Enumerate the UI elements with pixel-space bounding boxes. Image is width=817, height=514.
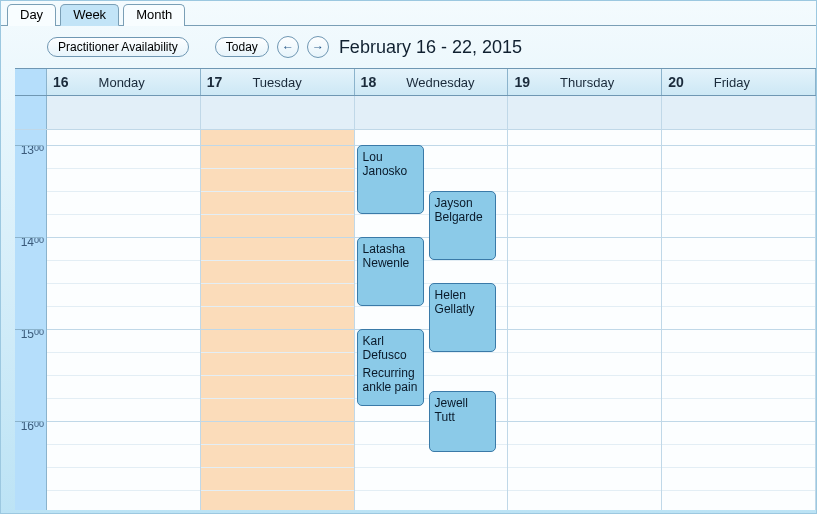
appointment[interactable]: Jayson Belgarde xyxy=(429,191,496,260)
day-number: 19 xyxy=(514,74,530,90)
day-header[interactable]: 18Wednesday xyxy=(355,69,509,95)
day-name: Wednesday xyxy=(406,75,474,90)
appointment-title: Lou Janosko xyxy=(363,150,418,178)
appointment-title: Jayson Belgarde xyxy=(435,196,490,224)
time-grid: 1300140015001600 Lou JanoskoLatasha Newe… xyxy=(15,130,816,510)
day-header[interactable]: 19Thursday xyxy=(508,69,662,95)
date-range-label: February 16 - 22, 2015 xyxy=(339,37,522,58)
day-name: Monday xyxy=(99,75,145,90)
day-header[interactable]: 16Monday xyxy=(47,69,201,95)
view-tabs: Day Week Month xyxy=(1,1,816,26)
calendar: 16Monday17Tuesday18Wednesday19Thursday20… xyxy=(15,68,816,510)
day-column[interactable] xyxy=(508,130,662,510)
allday-cell[interactable] xyxy=(508,96,662,129)
day-name: Thursday xyxy=(560,75,614,90)
appointment[interactable]: Latasha Newenle xyxy=(357,237,424,306)
day-number: 16 xyxy=(53,74,69,90)
next-week-button[interactable]: → xyxy=(307,36,329,58)
prev-week-button[interactable]: ← xyxy=(277,36,299,58)
appointment-title: Latasha Newenle xyxy=(363,242,418,270)
arrow-left-icon: ← xyxy=(282,40,294,54)
day-number: 20 xyxy=(668,74,684,90)
tab-week[interactable]: Week xyxy=(60,4,119,26)
day-header[interactable]: 17Tuesday xyxy=(201,69,355,95)
gutter-header xyxy=(15,69,47,95)
day-header-row: 16Monday17Tuesday18Wednesday19Thursday20… xyxy=(15,69,816,96)
tab-day[interactable]: Day xyxy=(7,4,56,26)
toolbar: Practitioner Availability Today ← → Febr… xyxy=(1,26,816,68)
day-column[interactable] xyxy=(201,130,355,510)
day-column[interactable]: Lou JanoskoLatasha NewenleKarl DefuscoRe… xyxy=(355,130,509,510)
appointment-title: Helen Gellatly xyxy=(435,288,490,316)
practitioner-availability-button[interactable]: Practitioner Availability xyxy=(47,37,189,57)
appointment[interactable]: Helen Gellatly xyxy=(429,283,496,352)
day-number: 17 xyxy=(207,74,223,90)
day-name: Tuesday xyxy=(252,75,301,90)
day-column[interactable] xyxy=(662,130,816,510)
appointment-title: Jewell Tutt xyxy=(435,396,490,424)
allday-cell[interactable] xyxy=(662,96,816,129)
day-column[interactable] xyxy=(47,130,201,510)
appointment[interactable]: Karl DefuscoRecurring ankle pain xyxy=(357,329,424,406)
day-columns: Lou JanoskoLatasha NewenleKarl DefuscoRe… xyxy=(47,130,816,510)
day-name: Friday xyxy=(714,75,750,90)
day-number: 18 xyxy=(361,74,377,90)
tab-month[interactable]: Month xyxy=(123,4,185,26)
allday-row xyxy=(15,96,816,130)
gutter-allday xyxy=(15,96,47,129)
arrow-right-icon: → xyxy=(312,40,324,54)
allday-cell[interactable] xyxy=(47,96,201,129)
day-header[interactable]: 20Friday xyxy=(662,69,816,95)
allday-cell[interactable] xyxy=(201,96,355,129)
appointment[interactable]: Lou Janosko xyxy=(357,145,424,214)
appointment-title: Karl Defusco xyxy=(363,334,418,362)
appointment-note: Recurring ankle pain xyxy=(363,366,418,394)
allday-cell[interactable] xyxy=(355,96,509,129)
today-button[interactable]: Today xyxy=(215,37,269,57)
time-gutter: 1300140015001600 xyxy=(15,130,47,510)
appointment[interactable]: Jewell Tutt xyxy=(429,391,496,452)
